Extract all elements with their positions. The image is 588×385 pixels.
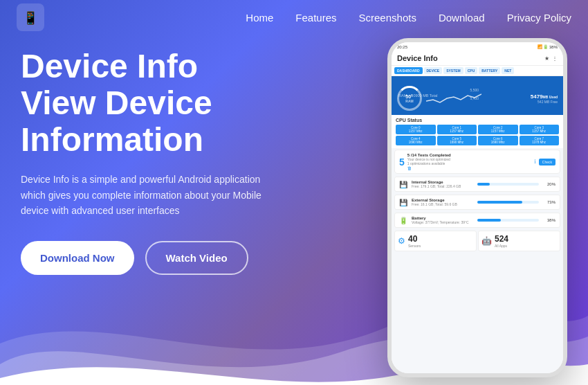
optim-delete-icon: 🗑: [407, 166, 531, 170]
external-storage-detail: Free: 16.1 GB; Total: 59.6 GB: [412, 202, 473, 206]
nav-download[interactable]: Download: [439, 12, 485, 24]
internal-storage-detail: Free: 179.1 GB; Total: 226.4 GB: [412, 184, 473, 188]
main-nav: Home Features Screenshots Download Priva…: [246, 12, 571, 24]
core-4: Core 41690 Mhz: [396, 136, 436, 145]
phone-frame: 20:25 📶 🔋 38% Device Info ★ ⋮ DASHBOARD …: [387, 38, 567, 377]
info-icon: ℹ: [534, 159, 536, 165]
bottom-stats-row: ⚙ 40 Sensors 🤖 524 All Apps: [394, 231, 560, 251]
tab-cpu[interactable]: CPU: [465, 67, 478, 74]
battery-bar: [477, 219, 501, 222]
phone-mockup: 20:25 📶 🔋 38% Device Info ★ ⋮ DASHBOARD …: [387, 38, 567, 377]
cpu-cores: Core 01157 Mhz Core 11157 Mhz Core 21157…: [396, 125, 559, 145]
status-bar: 20:25 📶 🔋 38%: [392, 42, 563, 51]
battery-detail: Voltage: 3773mV; Temperature: 39°C: [412, 220, 473, 224]
sensors-label: Sensors: [408, 244, 421, 248]
apps-label: All Apps: [495, 244, 508, 248]
external-storage-bar-wrap: [477, 201, 539, 204]
ram-circle: 50° RAM: [397, 86, 422, 111]
hero-content: Device InfoView DeviceInformation Device…: [21, 48, 318, 275]
external-storage-icon: 💾: [399, 199, 407, 206]
core-3: Core 31157 Mhz: [520, 125, 560, 134]
nav-screenshots[interactable]: Screenshots: [359, 12, 416, 24]
app-header-icons: ★ ⋮: [544, 55, 558, 62]
battery-bar-wrap: [477, 219, 539, 222]
svg-text:5,500: 5,500: [470, 88, 479, 92]
svg-text:📱: 📱: [23, 10, 39, 26]
tab-net[interactable]: NET: [502, 67, 514, 74]
core-6: Core 61690 Mhz: [478, 136, 518, 145]
header: 📱 Home Features Screenshots Download Pri…: [0, 0, 588, 35]
nav-home[interactable]: Home: [246, 12, 273, 24]
core-5: Core 51690 Mhz: [437, 136, 477, 145]
nav-features[interactable]: Features: [295, 12, 336, 24]
external-storage-row: 💾 External Storage Free: 16.1 GB; Total:…: [394, 195, 560, 210]
internal-storage-percent: 20%: [543, 182, 555, 186]
internal-storage-bar: [477, 183, 490, 186]
download-now-button[interactable]: Download Now: [21, 241, 134, 275]
ram-chart: 5,500 5,400: [426, 87, 481, 109]
tab-system[interactable]: SYSTEM: [443, 67, 463, 74]
cpu-section: CPU Status Core 01157 Mhz Core 11157 Mhz…: [392, 115, 563, 148]
star-icon: ★: [544, 55, 549, 62]
sensors-info: 40 Sensors: [408, 234, 421, 248]
status-time: 20:25: [397, 45, 407, 49]
phone-screen: 20:25 📶 🔋 38% Device Info ★ ⋮ DASHBOARD …: [392, 42, 563, 373]
apps-info: 524 All Apps: [495, 234, 508, 248]
battery-info: Battery Voltage: 3773mV; Temperature: 39…: [412, 216, 473, 224]
cpu-title: CPU Status: [396, 118, 559, 123]
external-storage-bar: [477, 201, 522, 204]
internal-storage-icon: 💾: [399, 181, 407, 188]
hero-description: Device Info is a simple and powerful And…: [21, 172, 284, 218]
ram-percent: 50°: [405, 94, 413, 99]
ram-circle-label: 50° RAM: [405, 94, 413, 103]
core-2: Core 21157 Mhz: [478, 125, 518, 134]
battery-row: 🔋 Battery Voltage: 3773mV; Temperature: …: [394, 213, 560, 228]
tab-device[interactable]: DEVICE: [424, 67, 443, 74]
ram-sub: RAM: [405, 99, 413, 103]
watch-video-button[interactable]: Watch Video: [145, 241, 248, 275]
status-icons: 📶 🔋 38%: [538, 44, 558, 49]
external-storage-percent: 73%: [543, 200, 555, 204]
internal-storage-row: 💾 Internal Storage Free: 179.1 GB; Total…: [394, 177, 560, 192]
hero-title: Device InfoView DeviceInformation: [21, 48, 318, 158]
tab-battery[interactable]: BATTERY: [479, 67, 500, 74]
tab-dashboard[interactable]: DASHBOARD: [394, 67, 423, 74]
logo: 📱: [17, 3, 44, 31]
internal-storage-bar-wrap: [477, 183, 539, 186]
logo-icon: 📱: [17, 3, 44, 31]
sensors-card: ⚙ 40 Sensors: [394, 231, 477, 251]
apps-icon: 🤖: [481, 236, 492, 246]
nav-privacy[interactable]: Privacy Policy: [507, 12, 571, 24]
ram-free: 542 MB Free: [531, 100, 558, 104]
more-icon: ⋮: [552, 55, 558, 62]
app-header: Device Info ★ ⋮: [392, 51, 563, 66]
ram-content: 50° RAM 5,500 5,400 5479MB Used 542 MB F…: [397, 86, 558, 111]
cta-buttons: Download Now Watch Video: [21, 241, 318, 275]
optim-subtitle: Your device is not optimized1 optimizati…: [407, 157, 531, 165]
all-apps-card: 🤖 524 All Apps: [478, 231, 560, 251]
sensors-icon: ⚙: [398, 236, 405, 246]
core-1: Core 11157 Mhz: [437, 125, 477, 134]
app-tabs: DASHBOARD DEVICE SYSTEM CPU BATTERY NET: [392, 66, 563, 76]
core-7: Core 71378 Mhz: [520, 136, 560, 145]
sensors-value: 40: [408, 234, 421, 244]
ram-section: RAM – 10900 MB Total 50° RAM 5,500 5,400: [392, 76, 563, 115]
internal-storage-info: Internal Storage Free: 179.1 GB; Total: …: [412, 180, 473, 188]
app-title: Device Info: [397, 54, 438, 62]
check-button[interactable]: Check: [539, 159, 555, 165]
apps-value: 524: [495, 234, 508, 244]
optim-number: 5: [399, 156, 405, 168]
optimization-section: 5 5 /14 Tests Completed Your device is n…: [394, 150, 560, 174]
ram-used-info: 5479MB Used 542 MB Free: [531, 93, 558, 104]
core-0: Core 01157 Mhz: [396, 125, 436, 134]
external-storage-info: External Storage Free: 16.1 GB; Total: 5…: [412, 198, 473, 206]
ram-used-value: 5479MB Used: [531, 93, 558, 100]
battery-percent: 38%: [543, 218, 555, 222]
battery-icon: 🔋: [399, 217, 407, 224]
optim-text: 5 /14 Tests Completed Your device is not…: [407, 153, 531, 170]
